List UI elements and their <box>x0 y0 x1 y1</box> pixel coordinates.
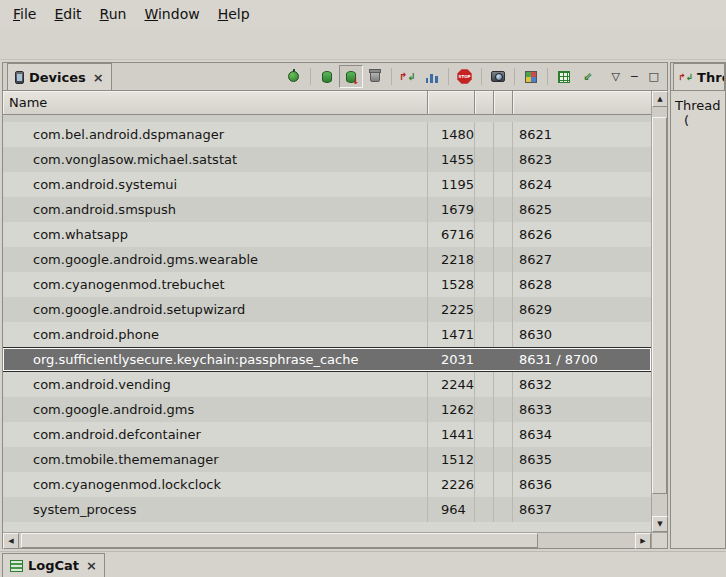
table-row[interactable]: com.google.android.setupwizard222508629 <box>3 297 651 322</box>
process-name: com.google.android.gms <box>3 397 428 422</box>
column-header-port[interactable] <box>513 91 667 115</box>
process-port: 8634 <box>513 422 651 447</box>
threads-view: Threads Thread up ( <box>670 62 726 549</box>
update-threads-button[interactable]: ↱↲ <box>396 65 420 88</box>
process-pid: 22265 <box>428 472 475 497</box>
dump-hprof-button[interactable] <box>339 65 363 88</box>
start-method-profiling-button[interactable] <box>420 65 444 88</box>
close-icon[interactable]: × <box>86 559 97 572</box>
table-row[interactable]: com.android.smspush16798625 <box>3 197 651 222</box>
menu-run[interactable]: Run <box>91 2 136 26</box>
scrollbar-track[interactable] <box>652 107 667 516</box>
scroll-right-icon[interactable] <box>635 533 651 549</box>
table-row[interactable]: com.android.vending224408632 <box>3 372 651 397</box>
table-row[interactable]: com.cyanogenmod.trebuchet15288628 <box>3 272 651 297</box>
scrollbar-thumb[interactable] <box>652 117 667 494</box>
scrollbar-track[interactable] <box>19 533 635 548</box>
scroll-up-icon[interactable] <box>652 91 668 107</box>
update-heap-button[interactable] <box>315 65 339 88</box>
column-header-3[interactable] <box>475 91 494 115</box>
table-row[interactable]: org.sufficientlysecure.keychain:passphra… <box>3 347 651 372</box>
capture-system-state-icon <box>558 71 570 83</box>
process-cell-empty <box>475 147 494 172</box>
threads-message-line1: Thread up <box>675 98 723 113</box>
table-row[interactable]: com.vonglasow.michael.satstat145538623 <box>3 147 651 172</box>
menu-edit[interactable]: Edit <box>45 2 90 26</box>
minimize-icon[interactable]: ─ <box>631 71 638 82</box>
process-cell-empty <box>475 322 494 347</box>
process-cell-empty <box>494 322 513 347</box>
process-cell-empty <box>475 422 494 447</box>
table-row[interactable]: system_process9648637 <box>3 497 651 522</box>
threads-icon <box>678 73 693 82</box>
process-cell-empty <box>494 297 513 322</box>
capture-system-state-button[interactable] <box>552 65 576 88</box>
scroll-left-icon[interactable] <box>3 533 19 549</box>
process-name: com.android.phone <box>3 322 428 347</box>
view-menu-icon[interactable]: ▽ <box>612 71 620 82</box>
cause-gc-button[interactable] <box>363 65 387 88</box>
vertical-scrollbar[interactable] <box>651 91 667 532</box>
table-row[interactable]: com.tmobile.thememanager15128635 <box>3 447 651 472</box>
table-header: Name <box>3 91 667 115</box>
debug-process-button[interactable] <box>282 65 306 88</box>
dump-hprof-icon <box>346 71 356 83</box>
process-cell-empty <box>494 472 513 497</box>
tab-logcat[interactable]: LogCat × <box>2 553 105 577</box>
column-header-4[interactable] <box>494 91 513 115</box>
dump-view-hierarchy-button[interactable] <box>519 65 543 88</box>
screen-capture-icon <box>491 71 505 82</box>
process-pid: 1471 <box>428 322 475 347</box>
table-row[interactable]: com.google.android.gms.wearable221858627 <box>3 247 651 272</box>
start-opengl-trace-button[interactable]: ⇙ <box>576 65 600 88</box>
process-port: 8627 <box>513 247 651 272</box>
logcat-icon <box>10 560 23 572</box>
process-name: com.android.vending <box>3 372 428 397</box>
maximize-icon[interactable]: □ <box>649 71 659 82</box>
process-name: system_process <box>3 497 428 522</box>
process-port: 8623 <box>513 147 651 172</box>
tab-devices[interactable]: Devices × <box>7 63 112 90</box>
column-header-name[interactable]: Name <box>3 91 428 115</box>
process-port: 8626 <box>513 222 651 247</box>
process-cell-empty <box>494 272 513 297</box>
table-row[interactable]: com.whatsapp67168626 <box>3 222 651 247</box>
stop-process-button[interactable]: STOP <box>453 65 477 88</box>
process-pid: 12623 <box>428 397 475 422</box>
process-port: 8628 <box>513 272 651 297</box>
table-row[interactable]: com.android.defcontainer144118634 <box>3 422 651 447</box>
application-window: FileEditRunWindowHelp Devices × ↱↲STOP⇙ … <box>0 0 726 577</box>
table-row[interactable]: com.android.systemui11958624 <box>3 172 651 197</box>
device-icon <box>15 71 24 84</box>
process-cell-empty <box>494 247 513 272</box>
screen-capture-button[interactable] <box>486 65 510 88</box>
close-icon[interactable]: × <box>93 71 104 84</box>
process-name: com.cyanogenmod.trebuchet <box>3 272 428 297</box>
toolbar-separator <box>391 68 392 85</box>
bottom-tab-strip: LogCat × <box>0 551 726 577</box>
update-heap-icon <box>322 71 332 83</box>
scroll-down-icon[interactable] <box>652 516 668 532</box>
process-pid: 14411 <box>428 422 475 447</box>
threads-tabbar: Threads <box>671 63 725 91</box>
process-pid: 6716 <box>428 222 475 247</box>
tab-threads-label: Threads <box>697 70 725 85</box>
menu-bar: FileEditRunWindowHelp <box>0 0 726 27</box>
process-pid: 20311 <box>428 348 475 371</box>
process-pid: 14553 <box>428 147 475 172</box>
tab-threads[interactable]: Threads <box>673 63 725 90</box>
menu-file[interactable]: File <box>4 2 45 26</box>
menu-window[interactable]: Window <box>135 2 208 26</box>
process-cell-empty <box>494 422 513 447</box>
column-header-pid[interactable] <box>428 91 475 115</box>
table-row[interactable]: com.android.phone14718630 <box>3 322 651 347</box>
menu-help[interactable]: Help <box>209 2 259 26</box>
toolbar-separator <box>310 68 311 85</box>
table-row[interactable]: com.google.android.gms126238633 <box>3 397 651 422</box>
scrollbar-thumb[interactable] <box>21 533 538 548</box>
process-pid: 22440 <box>428 372 475 397</box>
horizontal-scrollbar[interactable] <box>3 532 651 548</box>
threads-message-line2: ( <box>675 113 723 128</box>
table-row[interactable]: com.cyanogenmod.lockclock222658636 <box>3 472 651 497</box>
table-row[interactable]: com.bel.android.dspmanager14808621 <box>3 122 651 147</box>
